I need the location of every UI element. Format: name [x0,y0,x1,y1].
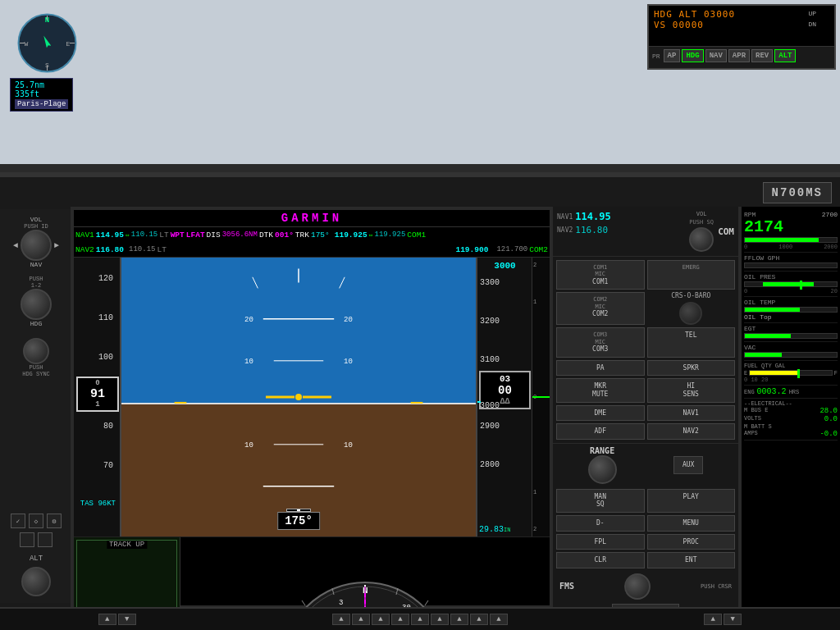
ap-rev-btn[interactable]: REV [751,49,773,62]
ap-dn-btn[interactable]: DN [808,21,816,28]
gear-icon[interactable]: ⚙ [47,514,62,528]
nav1-lt: LT [159,231,168,240]
svg-text:10: 10 [344,441,353,450]
g1000-arrow-group: ▲ ▲ ▲ ▲ ▲ ▲ ▲ ▲ ▲ [332,614,508,625]
clr-btn[interactable]: CLR [556,552,645,568]
rpm-value: 2174 [744,218,838,236]
ent-btn[interactable]: ENT [647,552,736,568]
arrow-btn-1[interactable]: ▲ [98,614,116,625]
dme-btn[interactable]: DME [556,405,645,422]
icon4[interactable] [20,532,34,547]
spkr-btn[interactable]: SPKR [647,360,736,377]
arrow-btn-11[interactable]: ▲ [490,614,508,625]
adf-btn[interactable]: ADF [556,423,645,440]
arrow-btn-2[interactable]: ▼ [118,614,136,625]
fuel-e-label: E [744,370,747,377]
arrow-btn-5[interactable]: ▲ [372,614,390,625]
g1000-display: GARMIN NAV1 114.95 ⇔ 110.15 LT WPT LFAT … [71,207,553,609]
aux-btn[interactable]: AUX [673,456,703,474]
arrow-btn-4[interactable]: ▲ [352,614,370,625]
arrow-btn-3[interactable]: ▲ [332,614,350,625]
d-btn[interactable]: D- [556,515,645,532]
oil-pres-gauge [744,281,838,287]
com1-btn[interactable]: COM1MIC COM1 [556,260,645,290]
com3-btn-label: COM3 [562,345,639,354]
crs-baro-knob[interactable] [679,302,702,325]
man-sq-btn[interactable]: MAN SQ [556,489,645,513]
left-wing-ref: ━━ [175,396,186,409]
checklist-icon[interactable]: ✓ [11,514,25,528]
com3-mic-label: COM3MIC [562,331,639,345]
vol-label: VOL [30,216,42,223]
egt-label: EGT [744,325,838,332]
range-knob[interactable] [588,455,617,484]
rpm-max: 2700 [822,211,838,218]
vol-left-arrow[interactable]: ◄ [13,241,18,250]
hdg-knob[interactable] [21,289,52,320]
svg-line-54 [425,600,428,605]
nav-waypoint: Paris-Plage [15,99,68,109]
svg-text:20: 20 [344,316,353,324]
bottom-icons-2 [20,532,52,547]
left-panel: VOL PUSH ID ◄ ► NAV PUSH 1-2 HDG PUSH HD… [0,209,74,603]
svg-line-61 [302,600,305,605]
ap-nav-btn[interactable]: NAV [705,49,727,62]
com2-freq: 119.900 [455,245,488,254]
arrow-btn-12[interactable]: ▲ [704,614,722,625]
eng-hrs-unit: HRS [789,389,800,395]
eng-hrs-value: 0003.2 [757,387,787,396]
ap-alt-btn[interactable]: ALT [774,49,796,62]
tel-btn[interactable]: TEL [647,327,736,357]
fuel-label: FUEL QTY GAL [744,363,838,369]
mkr-mute-btn[interactable]: MKR MUTE [556,378,645,402]
push-hdg-sync-label: PUSH HDG SYNC [22,364,50,377]
hdg-sync-knob[interactable] [23,338,49,364]
flightplan-icon[interactable]: ◇ [29,514,43,528]
com2-btn[interactable]: COM2MIC COM2 [556,292,645,325]
hi-sens-btn[interactable]: HI SENS [647,378,736,402]
ap-up-btn[interactable]: UP [808,10,816,17]
fflow-gauge [744,262,838,268]
vol-com-knob[interactable] [689,227,714,252]
fpl-btn[interactable]: FPL [556,534,645,550]
dtk-value: 001° [275,231,294,240]
com3-btn[interactable]: COM3MIC COM3 [556,327,645,357]
arrow-btn-9[interactable]: ▲ [450,614,468,625]
fuel-scale: 0 10 20 [744,377,838,383]
fflow-section: FFLOW GPH [744,253,838,272]
vol-right-arrow[interactable]: ► [54,241,59,250]
arrow-btn-6[interactable]: ▲ [391,614,409,625]
range-section: RANGE AUX [553,443,738,486]
ap-button-row: PR AP HDG NAV APR REV ALT [649,47,834,65]
aircraft-symbol [266,389,331,405]
icon5[interactable] [38,532,52,547]
com1-mic-label: COM1MIC [562,264,639,278]
fms-knob[interactable] [624,573,651,600]
nav1-btn[interactable]: NAV1 [647,405,736,422]
m-bus-label: M BUS E [744,407,768,415]
arrow-btn-10[interactable]: ▲ [470,614,488,625]
ap-apr-btn[interactable]: APR [728,49,750,62]
vol-push-sq: VOL PUSH SQ [689,211,714,252]
arrow-btn-8[interactable]: ▲ [431,614,449,625]
arrow-btn-7[interactable]: ▲ [411,614,429,625]
ap-hdg-btn[interactable]: HDG [682,49,703,62]
vol-knob[interactable] [21,230,52,261]
vol-section: VOL PUSH ID ◄ ► NAV [13,216,59,268]
nav2-label: NAV2 [75,245,94,254]
nav2-btn[interactable]: NAV2 [647,423,736,440]
alt-knob-left[interactable] [21,567,51,596]
pa-btn[interactable]: PA [556,360,645,377]
nav-altitude: 335ft [15,89,68,98]
vac-gauge [744,352,838,358]
oil-temp-fill [745,308,800,312]
speed-zeros: 0 [80,380,116,387]
ap-ap-btn[interactable]: AP [664,49,681,62]
arrow-btn-13[interactable]: ▼ [724,614,742,625]
speed-tape: 120 110 100 0 91 1 80 70 TAS 96KT [74,258,121,536]
play-btn[interactable]: PLAY [647,489,736,513]
nav-distance: 25.7nm [15,80,68,89]
proc-btn[interactable]: PROC [647,534,736,550]
menu-btn[interactable]: MENU [647,515,736,532]
vac-section: VAC [744,342,838,361]
